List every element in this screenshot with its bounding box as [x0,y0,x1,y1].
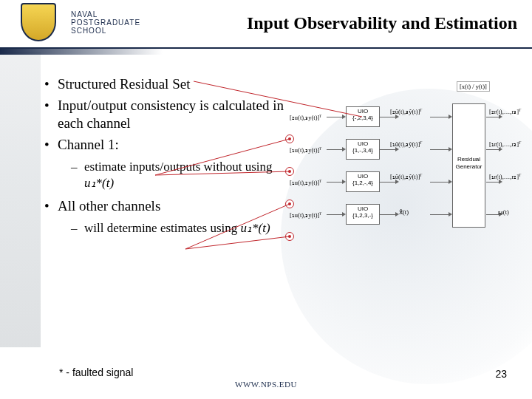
svg-line-1 [155,139,290,175]
svg-line-4 [185,236,290,249]
pointer-overlay [0,0,532,399]
svg-line-2 [155,171,290,175]
svg-line-3 [185,204,290,249]
svg-line-0 [194,81,362,117]
